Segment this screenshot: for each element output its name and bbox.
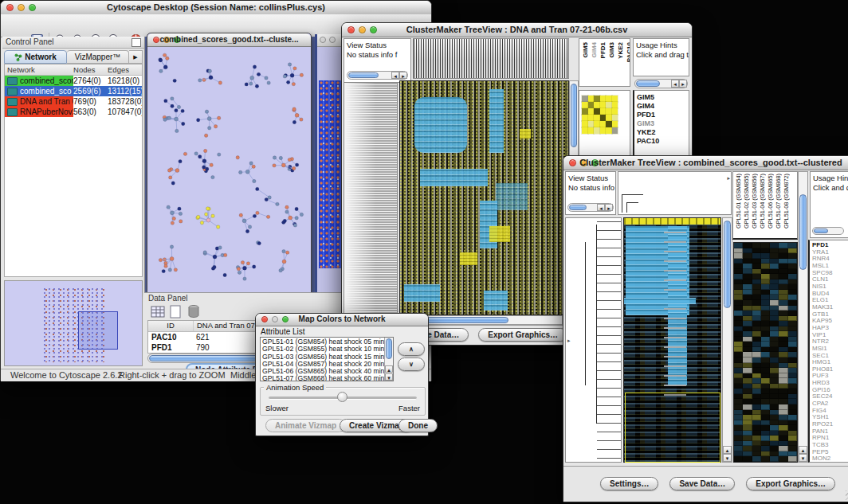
gene-label[interactable]: GIM5 — [637, 93, 689, 102]
network-canvas[interactable] — [147, 46, 309, 291]
network-row[interactable]: combined_scores 2764(0) 16218(0) — [5, 76, 142, 86]
mini-heatmap-cell[interactable] — [582, 115, 588, 121]
tv2-zoom-vscroll[interactable]: ▴ ▾ — [798, 171, 808, 463]
treeview-action-button[interactable]: Settings… — [600, 477, 658, 490]
tv2-column-dendrogram[interactable]: ▸ — [618, 171, 732, 215]
mini-heatmap-cell[interactable] — [600, 102, 607, 108]
mini-heatmap-cell[interactable] — [588, 102, 595, 108]
speed-slider-thumb[interactable] — [337, 392, 347, 402]
mini-heatmap-cell[interactable] — [588, 108, 595, 115]
close-icon[interactable] — [320, 37, 326, 43]
mini-heatmap-cell[interactable] — [582, 127, 588, 134]
minimize-icon[interactable] — [329, 37, 336, 43]
mini-heatmap-cell[interactable] — [588, 96, 595, 102]
mini-heatmap-cell[interactable] — [606, 115, 612, 121]
mini-heatmap-cell[interactable] — [588, 115, 595, 121]
column-label[interactable]: GPL51-04 (GSM857) — [759, 174, 766, 229]
mini-heatmap-cell[interactable] — [594, 108, 600, 115]
mini-heatmap-cell[interactable] — [582, 121, 588, 127]
mini-heatmap-cell[interactable] — [600, 108, 607, 115]
mini-heatmap-cell[interactable] — [588, 121, 595, 127]
mini-heatmap-cell[interactable] — [582, 108, 588, 115]
mini-heatmap-cell[interactable] — [612, 127, 618, 134]
mini-heatmap-cell[interactable] — [594, 121, 600, 127]
gene-label[interactable]: GIM3 — [637, 119, 689, 128]
column-label[interactable]: GIM5 — [582, 42, 589, 58]
view-status-hscroll[interactable]: ◂ ▸ — [567, 203, 614, 212]
view-status-hscroll[interactable]: ◂ ▸ — [347, 71, 408, 80]
mini-heatmap-cell[interactable] — [606, 127, 612, 134]
attribute-list-vscroll[interactable]: ▴ ▾ — [384, 338, 393, 381]
mini-heatmap-cell[interactable] — [606, 96, 612, 102]
mini-heatmap-cell[interactable] — [600, 127, 607, 134]
gene-label[interactable]: PAC10 — [637, 137, 689, 146]
mini-heatmap-cell[interactable] — [594, 96, 600, 102]
column-label[interactable]: GPL51-08 (GSM872) — [783, 174, 790, 229]
mini-heatmap-cell[interactable] — [612, 108, 618, 115]
mini-heatmap-cell[interactable] — [600, 115, 607, 121]
mini-heatmap-cell[interactable] — [600, 121, 607, 127]
mini-heatmap-cell[interactable] — [606, 121, 612, 127]
network-row[interactable]: combined_sco 2569(6) 13112(15) — [5, 86, 142, 96]
treeview-action-button[interactable]: Export Graphics… — [478, 328, 567, 342]
treeview2-titlebar[interactable]: ClusterMaker TreeView : combined_scores_… — [563, 156, 848, 170]
done-button[interactable]: Done — [398, 419, 438, 432]
tv1-column-dendrogram[interactable] — [413, 38, 569, 79]
mini-heatmap-cell[interactable] — [600, 96, 607, 102]
column-label[interactable]: GPL51-03 (GSM856) — [751, 174, 758, 229]
column-label[interactable]: GIM3 — [608, 42, 615, 58]
float-panel-icon[interactable] — [132, 38, 141, 47]
birdseye-lens[interactable] — [78, 311, 118, 350]
mini-heatmap-cell[interactable] — [582, 96, 588, 102]
heatmap-selection-rect[interactable] — [625, 393, 720, 463]
column-label[interactable]: PAC10 — [626, 42, 630, 62]
tv1-row-dendrogram[interactable] — [344, 82, 398, 315]
tv2-zoom-heatmap[interactable] — [733, 242, 798, 463]
mini-heatmap-cell[interactable] — [582, 102, 588, 108]
move-up-button[interactable]: ∧ — [398, 342, 425, 356]
mini-heatmap-cell[interactable] — [612, 102, 618, 108]
table-icon[interactable] — [151, 306, 165, 318]
column-label[interactable]: PFD1 — [599, 42, 607, 58]
treeview-action-button[interactable]: Save Data… — [669, 477, 735, 490]
col-id[interactable]: ID — [148, 321, 194, 331]
delete-attribute-icon[interactable] — [187, 304, 200, 318]
network-row[interactable]: RNAPuberNov2+ 563(0) 107847(0) — [5, 107, 142, 117]
move-down-button[interactable]: ∨ — [398, 357, 425, 371]
col-nodes[interactable]: Nodes — [73, 64, 108, 75]
col-network[interactable]: Network — [5, 64, 73, 75]
column-label[interactable]: GPL51-02 (GSM855) — [743, 174, 750, 229]
gene-label[interactable]: PFD1 — [637, 111, 689, 119]
tv1-heatmap[interactable] — [399, 80, 569, 315]
mini-heatmap-cell[interactable] — [612, 115, 618, 121]
col-edges[interactable]: Edges — [108, 64, 142, 75]
gene-label[interactable]: GIM4 — [637, 102, 689, 111]
tab-more-button[interactable]: ▶ — [129, 50, 143, 64]
tv1-usage-hscroll[interactable]: ◂ ▸ — [634, 79, 688, 88]
tv2-heatmap-vscroll[interactable]: ▴ ▾ — [722, 217, 732, 463]
gene-label[interactable]: YKE2 — [637, 128, 689, 137]
attribute-listbox[interactable]: GPL51-01 (GSM854) heat shock 05 minGPL51… — [260, 337, 394, 381]
network-row[interactable]: DNA and Tran 07 769(0) 183728(0) — [5, 96, 142, 107]
attribute-item[interactable]: GPL51-07 (GSM868) heat shock 60 min — [262, 375, 391, 381]
mini-heatmap-cell[interactable] — [594, 102, 600, 108]
tab-network[interactable]: Network — [4, 50, 67, 64]
birdseye-view[interactable] — [4, 280, 143, 366]
treeview1-titlebar[interactable]: ClusterMaker TreeView : DNA and Tran 07-… — [342, 23, 692, 37]
main-titlebar[interactable]: Cytoscape Desktop (Session Name: collins… — [1, 1, 431, 15]
column-label[interactable]: YKE2 — [617, 42, 624, 59]
dialog-titlebar[interactable]: Map Colors to Network — [256, 314, 428, 326]
tab-vizmapper[interactable]: VizMapper™ — [67, 50, 129, 64]
new-attribute-icon[interactable] — [170, 305, 182, 318]
mini-heatmap-cell[interactable] — [612, 121, 618, 127]
column-label[interactable]: GIM4 — [591, 42, 598, 58]
column-label[interactable]: GPL51-01 (GSM854) — [735, 174, 742, 229]
animate-vizmap-button[interactable]: Animate Vizmap — [265, 419, 346, 432]
network-table-header[interactable]: Network Nodes Edges — [5, 64, 142, 76]
mini-heatmap-cell[interactable] — [588, 127, 595, 134]
mini-heatmap-cell[interactable] — [594, 115, 600, 121]
tv2-heatmap[interactable] — [623, 217, 721, 463]
mini-heatmap-cell[interactable] — [606, 102, 612, 108]
gene-label[interactable]: MON2 — [812, 455, 848, 463]
mini-heatmap-cell[interactable] — [606, 108, 612, 115]
